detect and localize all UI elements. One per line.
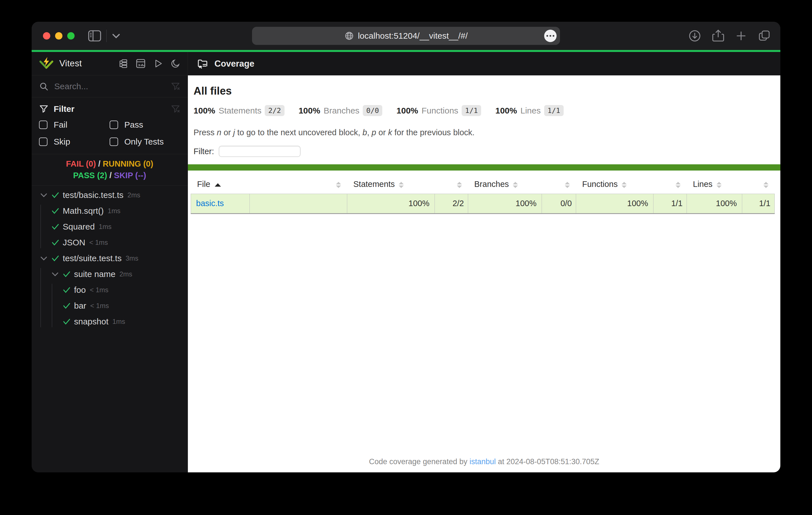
chevron-down-icon[interactable]	[40, 256, 51, 261]
tree-item-test[interactable]: Math.sqrt() 1ms	[32, 203, 187, 219]
skip-count: SKIP (--)	[114, 171, 146, 180]
running-count: RUNNING (0)	[103, 159, 153, 168]
checkbox-icon[interactable]	[39, 121, 48, 129]
page-more-button[interactable]	[544, 30, 557, 42]
check-icon	[63, 302, 74, 309]
column-header-statements[interactable]: Statements	[347, 175, 435, 194]
sort-icon[interactable]	[399, 182, 404, 188]
tree-item-test[interactable]: bar < 1ms	[32, 298, 187, 314]
summary-fraction-badge: 0/0	[363, 105, 382, 116]
filter-checkbox-pass[interactable]: Pass	[110, 120, 180, 130]
test-tree: test/basic.test.ts 2ms Math.sqrt() 1ms S…	[32, 185, 187, 473]
checkbox-icon[interactable]	[110, 121, 118, 129]
column-header-functions[interactable]: Functions	[576, 175, 654, 194]
tree-item-test[interactable]: snapshot 1ms	[32, 314, 187, 330]
summary-pct: 100%	[299, 106, 320, 116]
share-icon[interactable]	[712, 29, 724, 42]
close-window-button[interactable]	[43, 32, 50, 39]
status-separator: /	[98, 159, 100, 168]
sort-icon[interactable]	[336, 182, 341, 188]
coverage-summary: 100% Statements 2/2 100% Branches 0/0 10…	[194, 105, 780, 116]
vitest-logo-icon	[39, 56, 54, 71]
istanbul-link[interactable]: istanbul	[470, 457, 496, 466]
search-input[interactable]: Search...	[54, 82, 171, 91]
sort-icon[interactable]	[565, 182, 570, 188]
statements-pct-cell: 100%	[347, 194, 435, 213]
test-name: test/suite.test.ts	[63, 253, 121, 263]
downloads-icon[interactable]	[688, 29, 701, 42]
tree-indent-guide	[40, 205, 41, 248]
sort-icon[interactable]	[621, 182, 627, 188]
clear-filters-icon[interactable]	[171, 104, 180, 114]
checkbox-label: Skip	[54, 137, 70, 147]
filter-checkbox-skip[interactable]: Skip	[39, 137, 110, 147]
tree-item-file[interactable]: test/suite.test.ts 3ms	[32, 250, 187, 266]
page-accent-line	[32, 50, 780, 52]
lines-pct-cell: 100%	[687, 194, 742, 213]
file-cell: basic.ts	[191, 194, 250, 213]
sort-icon[interactable]	[717, 182, 722, 188]
all-files-heading: All files	[194, 85, 780, 97]
tree-item-file[interactable]: test/basic.test.ts 2ms	[32, 187, 187, 203]
column-header-lines-fraction[interactable]	[742, 175, 775, 194]
summary-functions: 100% Functions 1/1	[397, 105, 481, 116]
tree-item-test[interactable]: JSON < 1ms	[32, 235, 187, 250]
checkbox-label: Fail	[54, 120, 67, 130]
test-duration: 2ms	[127, 191, 140, 199]
file-link[interactable]: basic.ts	[196, 199, 224, 208]
column-header-branches[interactable]: Branches	[468, 175, 542, 194]
tree-item-test[interactable]: foo < 1ms	[32, 282, 187, 298]
zoom-window-button[interactable]	[67, 32, 75, 39]
checkbox-icon[interactable]	[110, 138, 118, 146]
minimize-window-button[interactable]	[55, 32, 62, 39]
column-header-statements-fraction[interactable]	[435, 175, 468, 194]
filter-icon	[39, 104, 49, 114]
test-duration: < 1ms	[90, 286, 109, 294]
summary-label: Branches	[323, 106, 359, 116]
chevron-down-icon[interactable]	[112, 33, 120, 39]
test-duration: 3ms	[125, 254, 138, 262]
search-bar[interactable]: Search...	[32, 75, 187, 97]
sort-icon[interactable]	[513, 182, 518, 188]
test-duration: < 1ms	[89, 239, 108, 246]
footer-timestamp: at 2024-08-05T08:51:30.705Z	[496, 457, 599, 466]
lines-fraction-cell: 1/1	[742, 194, 775, 213]
column-header-lines[interactable]: Lines	[687, 175, 742, 194]
column-header-functions-fraction[interactable]	[654, 175, 687, 194]
sort-icon[interactable]	[763, 182, 768, 188]
filter-checkbox-only-tests[interactable]: Only Tests	[110, 137, 180, 147]
tree-item-test[interactable]: Squared 1ms	[32, 219, 187, 235]
tab-overview-icon[interactable]	[758, 29, 771, 42]
keyboard-shortcut-hint: Press n or j to go to the next uncovered…	[194, 128, 780, 137]
coverage-bar-cell	[250, 194, 347, 213]
search-icon	[39, 82, 49, 91]
address-bar[interactable]: localhost:51204/__vitest__/#/	[252, 27, 560, 45]
new-tab-icon[interactable]	[735, 30, 747, 42]
column-header-file[interactable]: File	[191, 175, 250, 194]
fail-count: FAIL (0)	[66, 159, 96, 168]
sort-icon[interactable]	[457, 182, 462, 188]
summary-statements: 100% Statements 2/2	[194, 105, 285, 116]
dark-mode-icon[interactable]	[171, 59, 180, 68]
coverage-filter-input[interactable]	[219, 146, 300, 157]
chevron-down-icon[interactable]	[51, 272, 63, 277]
checkbox-label: Only Tests	[124, 137, 164, 147]
check-icon	[51, 208, 63, 214]
sort-icon[interactable]	[675, 182, 680, 188]
test-tree-view-icon[interactable]	[118, 59, 128, 68]
run-all-tests-icon[interactable]	[153, 59, 163, 68]
summary-label: Functions	[422, 106, 458, 116]
test-name: suite name	[74, 269, 116, 279]
summary-pct: 100%	[397, 106, 418, 116]
toggle-sidebar-icon[interactable]	[88, 30, 101, 41]
column-header-branches-fraction[interactable]	[542, 175, 576, 194]
checkbox-icon[interactable]	[39, 138, 48, 146]
chevron-down-icon[interactable]	[40, 192, 51, 198]
filter-checkbox-fail[interactable]: Fail	[39, 120, 110, 130]
clear-search-filter-icon[interactable]	[171, 82, 180, 91]
tree-item-suite[interactable]: suite name 2ms	[32, 266, 187, 282]
dashboard-icon[interactable]	[136, 58, 146, 69]
browser-window: localhost:51204/__vitest__/#/	[32, 22, 780, 473]
column-header-chart[interactable]	[250, 175, 347, 194]
tree-indent-guide	[52, 284, 52, 327]
